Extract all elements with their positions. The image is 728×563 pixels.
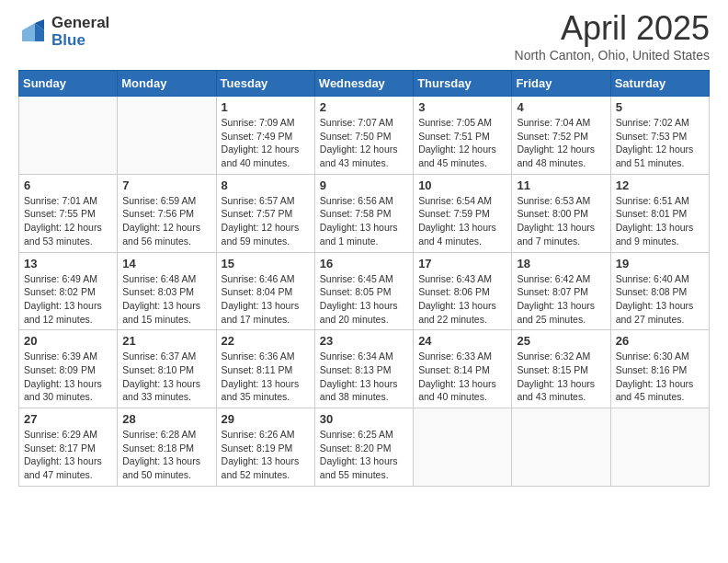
calendar-cell: 24Sunrise: 6:33 AM Sunset: 8:14 PM Dayli… — [414, 330, 512, 408]
calendar-cell: 20Sunrise: 6:39 AM Sunset: 8:09 PM Dayli… — [19, 330, 118, 408]
calendar-cell: 15Sunrise: 6:46 AM Sunset: 8:04 PM Dayli… — [216, 252, 314, 330]
calendar-cell — [512, 408, 610, 487]
weekday-header-row: SundayMondayTuesdayWednesdayThursdayFrid… — [19, 71, 710, 97]
calendar-cell: 12Sunrise: 6:51 AM Sunset: 8:01 PM Dayli… — [610, 174, 709, 252]
calendar-cell: 8Sunrise: 6:57 AM Sunset: 7:57 PM Daylig… — [216, 174, 314, 252]
logo-text: General Blue — [51, 15, 109, 49]
day-info: Sunrise: 7:09 AM Sunset: 7:49 PM Dayligh… — [222, 116, 310, 170]
day-number: 27 — [24, 412, 112, 426]
day-info: Sunrise: 7:05 AM Sunset: 7:51 PM Dayligh… — [418, 116, 506, 170]
day-info: Sunrise: 6:34 AM Sunset: 8:13 PM Dayligh… — [320, 350, 408, 404]
day-number: 12 — [616, 178, 704, 192]
day-number: 1 — [222, 100, 310, 114]
calendar-cell: 23Sunrise: 6:34 AM Sunset: 8:13 PM Dayli… — [314, 330, 413, 408]
day-number: 4 — [517, 100, 605, 114]
day-info: Sunrise: 6:29 AM Sunset: 8:17 PM Dayligh… — [24, 428, 112, 482]
calendar-cell: 21Sunrise: 6:37 AM Sunset: 8:10 PM Dayli… — [118, 330, 216, 408]
weekday-header: Thursday — [414, 71, 512, 97]
calendar-cell: 18Sunrise: 6:42 AM Sunset: 8:07 PM Dayli… — [512, 252, 610, 330]
location: North Canton, Ohio, United States — [515, 48, 710, 63]
calendar-cell — [610, 408, 709, 487]
day-info: Sunrise: 6:46 AM Sunset: 8:04 PM Dayligh… — [222, 272, 310, 327]
calendar-cell: 4Sunrise: 7:04 AM Sunset: 7:52 PM Daylig… — [512, 97, 610, 175]
calendar-cell: 14Sunrise: 6:48 AM Sunset: 8:03 PM Dayli… — [118, 252, 216, 330]
day-number: 10 — [418, 178, 506, 192]
calendar-cell: 28Sunrise: 6:28 AM Sunset: 8:18 PM Dayli… — [118, 408, 216, 487]
day-number: 6 — [24, 178, 112, 192]
day-info: Sunrise: 6:36 AM Sunset: 8:11 PM Dayligh… — [222, 350, 310, 404]
day-info: Sunrise: 7:02 AM Sunset: 7:53 PM Dayligh… — [616, 116, 704, 170]
day-number: 8 — [222, 178, 310, 192]
day-number: 16 — [320, 257, 408, 270]
day-info: Sunrise: 6:33 AM Sunset: 8:14 PM Dayligh… — [418, 350, 506, 404]
weekday-header: Saturday — [610, 71, 709, 97]
day-info: Sunrise: 6:40 AM Sunset: 8:08 PM Dayligh… — [616, 272, 704, 327]
day-info: Sunrise: 7:04 AM Sunset: 7:52 PM Dayligh… — [517, 116, 605, 170]
calendar-cell: 3Sunrise: 7:05 AM Sunset: 7:51 PM Daylig… — [414, 97, 512, 175]
day-number: 5 — [616, 100, 704, 114]
calendar-cell: 26Sunrise: 6:30 AM Sunset: 8:16 PM Dayli… — [610, 330, 709, 408]
calendar-cell — [118, 97, 216, 175]
day-info: Sunrise: 6:30 AM Sunset: 8:16 PM Dayligh… — [616, 350, 704, 404]
day-number: 18 — [517, 257, 605, 270]
day-info: Sunrise: 6:43 AM Sunset: 8:06 PM Dayligh… — [418, 272, 506, 327]
day-number: 15 — [222, 257, 310, 270]
day-number: 11 — [517, 178, 605, 192]
calendar-cell: 13Sunrise: 6:49 AM Sunset: 8:02 PM Dayli… — [19, 252, 118, 330]
calendar-cell: 11Sunrise: 6:53 AM Sunset: 8:00 PM Dayli… — [512, 174, 610, 252]
day-info: Sunrise: 6:26 AM Sunset: 8:19 PM Dayligh… — [222, 428, 310, 482]
calendar-week-row: 1Sunrise: 7:09 AM Sunset: 7:49 PM Daylig… — [19, 97, 710, 175]
day-number: 28 — [122, 412, 210, 426]
day-number: 23 — [320, 334, 408, 348]
day-info: Sunrise: 6:59 AM Sunset: 7:56 PM Dayligh… — [122, 194, 210, 248]
weekday-header: Sunday — [19, 71, 118, 97]
title-area: April 2025 North Canton, Ohio, United St… — [515, 9, 710, 63]
day-info: Sunrise: 7:01 AM Sunset: 7:55 PM Dayligh… — [24, 194, 112, 248]
calendar-cell: 2Sunrise: 7:07 AM Sunset: 7:50 PM Daylig… — [314, 97, 413, 175]
calendar-cell: 29Sunrise: 6:26 AM Sunset: 8:19 PM Dayli… — [216, 408, 314, 487]
day-number: 13 — [24, 257, 112, 270]
day-number: 22 — [222, 334, 310, 348]
logo-icon — [18, 17, 48, 47]
day-number: 26 — [616, 334, 704, 348]
day-info: Sunrise: 6:49 AM Sunset: 8:02 PM Dayligh… — [24, 272, 112, 327]
day-info: Sunrise: 6:54 AM Sunset: 7:59 PM Dayligh… — [418, 194, 506, 248]
calendar-cell: 25Sunrise: 6:32 AM Sunset: 8:15 PM Dayli… — [512, 330, 610, 408]
day-info: Sunrise: 6:42 AM Sunset: 8:07 PM Dayligh… — [517, 272, 605, 327]
day-number: 29 — [222, 412, 310, 426]
day-number: 25 — [517, 334, 605, 348]
day-number: 24 — [418, 334, 506, 348]
logo-general: General — [51, 15, 109, 32]
day-number: 21 — [122, 334, 210, 348]
calendar-cell: 27Sunrise: 6:29 AM Sunset: 8:17 PM Dayli… — [19, 408, 118, 487]
calendar-cell: 5Sunrise: 7:02 AM Sunset: 7:53 PM Daylig… — [610, 97, 709, 175]
day-info: Sunrise: 6:45 AM Sunset: 8:05 PM Dayligh… — [320, 272, 408, 327]
day-info: Sunrise: 6:51 AM Sunset: 8:01 PM Dayligh… — [616, 194, 704, 248]
day-info: Sunrise: 6:28 AM Sunset: 8:18 PM Dayligh… — [122, 428, 210, 482]
month-title: April 2025 — [515, 9, 710, 48]
weekday-header: Monday — [118, 71, 216, 97]
calendar-cell — [414, 408, 512, 487]
calendar-cell: 1Sunrise: 7:09 AM Sunset: 7:49 PM Daylig… — [216, 97, 314, 175]
day-number: 30 — [320, 412, 408, 426]
calendar-cell: 16Sunrise: 6:45 AM Sunset: 8:05 PM Dayli… — [314, 252, 413, 330]
logo-blue: Blue — [51, 32, 109, 50]
calendar-cell: 17Sunrise: 6:43 AM Sunset: 8:06 PM Dayli… — [414, 252, 512, 330]
day-info: Sunrise: 6:57 AM Sunset: 7:57 PM Dayligh… — [222, 194, 310, 248]
day-info: Sunrise: 6:25 AM Sunset: 8:20 PM Dayligh… — [320, 428, 408, 482]
page-header: General Blue April 2025 North Canton, Oh… — [18, 9, 710, 63]
calendar-cell: 7Sunrise: 6:59 AM Sunset: 7:56 PM Daylig… — [118, 174, 216, 252]
calendar: SundayMondayTuesdayWednesdayThursdayFrid… — [18, 70, 710, 487]
day-info: Sunrise: 6:32 AM Sunset: 8:15 PM Dayligh… — [517, 350, 605, 404]
calendar-cell: 9Sunrise: 6:56 AM Sunset: 7:58 PM Daylig… — [314, 174, 413, 252]
day-info: Sunrise: 6:53 AM Sunset: 8:00 PM Dayligh… — [517, 194, 605, 248]
calendar-week-row: 27Sunrise: 6:29 AM Sunset: 8:17 PM Dayli… — [19, 408, 710, 487]
day-number: 14 — [122, 257, 210, 270]
day-number: 20 — [24, 334, 112, 348]
weekday-header: Tuesday — [216, 71, 314, 97]
day-info: Sunrise: 6:37 AM Sunset: 8:10 PM Dayligh… — [122, 350, 210, 404]
day-info: Sunrise: 6:48 AM Sunset: 8:03 PM Dayligh… — [122, 272, 210, 327]
day-info: Sunrise: 6:39 AM Sunset: 8:09 PM Dayligh… — [24, 350, 112, 404]
day-number: 17 — [418, 257, 506, 270]
calendar-cell: 19Sunrise: 6:40 AM Sunset: 8:08 PM Dayli… — [610, 252, 709, 330]
